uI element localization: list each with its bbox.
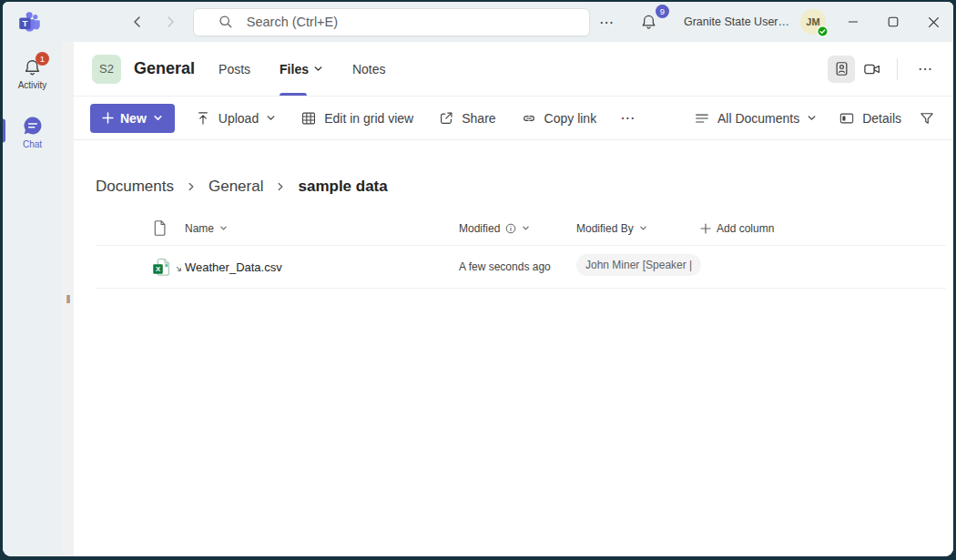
channel-header: S2 General Posts Files Notes	[74, 42, 953, 97]
details-pane-icon	[839, 110, 855, 127]
nav-arrows	[127, 11, 181, 33]
chevron-down-icon	[219, 224, 228, 232]
maximize-icon	[888, 16, 899, 27]
sidebar-item-activity[interactable]: 1 Activity	[3, 53, 62, 97]
titlebar-right: ⋯ 9 Granite State User… JM	[590, 2, 953, 42]
file-modified: A few seconds ago	[459, 260, 576, 273]
notifications-button[interactable]: 9	[636, 11, 662, 33]
table-row[interactable]: a X Weather_Data.csv	[96, 246, 946, 289]
channel-avatar: S2	[92, 55, 121, 84]
chevron-down-icon	[313, 64, 323, 74]
file-modified-by-pill[interactable]: John Miner [Speaker |	[576, 254, 701, 276]
meet-button[interactable]	[859, 56, 886, 83]
filter-button[interactable]	[913, 105, 941, 132]
column-header-modified[interactable]: Modified	[459, 222, 576, 235]
svg-text:X: X	[156, 265, 161, 273]
panel-resize-handle[interactable]: ‖	[66, 293, 70, 306]
page-title: General	[134, 59, 195, 78]
grid-icon	[300, 110, 317, 127]
sidebar-item-chat[interactable]: Chat	[3, 109, 62, 156]
files-area: Documents General sample data	[74, 140, 953, 556]
files-toolbar: New Upload	[74, 97, 953, 140]
add-column-button[interactable]: Add column	[700, 222, 774, 235]
close-icon	[928, 16, 940, 28]
contact-card-icon	[833, 60, 850, 77]
minimize-icon	[848, 16, 859, 27]
column-header-file-type[interactable]	[152, 219, 185, 237]
teams-window: T ⋯ 9 Granite State User…	[3, 2, 953, 556]
app-rail: 1 Activity Chat	[3, 42, 62, 556]
search-icon	[219, 15, 233, 29]
chevron-down-icon	[153, 113, 163, 123]
upload-icon	[195, 110, 211, 127]
titlebar-more-button[interactable]: ⋯	[590, 14, 624, 31]
share-icon	[438, 110, 454, 127]
upload-button[interactable]: Upload	[185, 104, 286, 133]
search-input[interactable]	[245, 14, 589, 30]
activity-badge: 1	[36, 52, 49, 66]
chevron-down-icon	[266, 113, 276, 123]
info-icon	[505, 223, 516, 234]
copy-link-button[interactable]: Copy link	[511, 104, 607, 133]
tab-posts[interactable]: Posts	[219, 42, 250, 96]
edit-grid-view-button[interactable]: Edit in grid view	[290, 104, 423, 133]
breadcrumb-item-current: sample data	[298, 178, 387, 196]
breadcrumb: Documents General sample data	[96, 178, 946, 196]
chat-icon	[22, 115, 44, 137]
selected-indicator	[3, 118, 5, 142]
people-button[interactable]	[828, 56, 855, 83]
notification-badge: 9	[656, 5, 669, 18]
chevron-right-icon	[186, 181, 197, 192]
channel-more-button[interactable]: ⋯	[909, 60, 942, 77]
minimize-button[interactable]	[833, 2, 873, 42]
back-button[interactable]	[127, 11, 148, 33]
plus-icon	[102, 112, 114, 124]
svg-text:T: T	[23, 17, 28, 27]
account-name: Granite State User…	[684, 15, 789, 28]
divider	[897, 58, 898, 80]
chevron-down-icon	[522, 224, 530, 232]
sidebar-item-label: Activity	[18, 80, 47, 90]
search-bar[interactable]	[193, 8, 590, 36]
share-button[interactable]: Share	[428, 104, 505, 133]
tab-underline	[280, 93, 307, 96]
toolbar-more-button[interactable]: ⋯	[611, 109, 645, 127]
channel-tabs: Posts Files Notes	[219, 42, 386, 96]
table-header-row: Name Modified Modified By	[96, 211, 946, 246]
forward-button[interactable]	[159, 11, 181, 33]
chevron-right-icon	[275, 181, 286, 192]
document-icon	[152, 219, 168, 237]
view-list-icon	[694, 110, 710, 127]
maximize-button[interactable]	[873, 2, 913, 42]
teams-logo-icon: T	[3, 10, 57, 35]
tab-notes[interactable]: Notes	[352, 42, 386, 96]
plus-icon	[700, 223, 711, 234]
files-table: Name Modified Modified By	[96, 211, 946, 289]
filter-icon	[919, 110, 935, 127]
chevron-down-icon	[639, 224, 647, 232]
close-button[interactable]	[913, 2, 953, 42]
chevron-down-icon	[807, 113, 817, 123]
chevron-right-icon	[163, 15, 178, 29]
main-content: S2 General Posts Files Notes	[74, 42, 953, 556]
video-camera-icon	[863, 60, 881, 78]
chevron-left-icon	[130, 15, 145, 29]
file-name[interactable]: Weather_Data.csv	[185, 260, 282, 274]
panel-strip: ‖	[62, 42, 74, 556]
tab-files[interactable]: Files	[280, 42, 323, 96]
column-header-modified-by[interactable]: Modified By	[576, 222, 700, 235]
app-body: 1 Activity Chat ‖ S2 Ge	[3, 42, 953, 556]
presence-available-icon	[817, 25, 829, 37]
view-selector-button[interactable]: All Documents	[684, 104, 827, 133]
breadcrumb-item-documents[interactable]: Documents	[96, 178, 174, 196]
bell-icon	[640, 14, 657, 31]
column-header-name[interactable]: Name	[185, 222, 459, 235]
user-avatar[interactable]: JM	[800, 9, 826, 35]
titlebar: T ⋯ 9 Granite State User…	[3, 2, 953, 42]
breadcrumb-item-general[interactable]: General	[208, 178, 263, 196]
link-icon	[521, 110, 537, 127]
sidebar-item-label: Chat	[23, 139, 42, 149]
new-button[interactable]: New	[90, 104, 175, 133]
details-button[interactable]: Details	[829, 104, 911, 133]
new-file-glimmer-icon	[176, 266, 184, 274]
